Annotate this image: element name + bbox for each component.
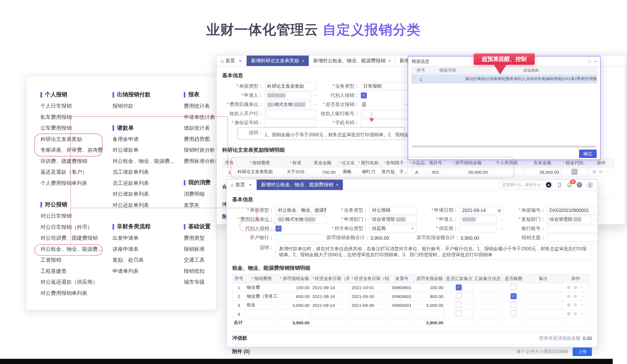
home-tab[interactable]: ⌂ 首页 ▼ — [231, 181, 252, 188]
row-add-icon[interactable]: ⊕ — [567, 311, 571, 316]
close-icon[interactable]: × — [388, 58, 391, 63]
row-more-icon[interactable]: ⋯ — [580, 294, 584, 299]
close-icon[interactable]: × — [594, 59, 597, 64]
remit-checkbox[interactable]: ✓ — [456, 284, 462, 290]
close-icon[interactable]: × — [302, 58, 304, 63]
menu-item[interactable]: 备用金申请 — [112, 133, 184, 145]
menu-item[interactable]: 对公日常报销 — [40, 210, 112, 221]
remit-checkbox[interactable]: ✓ — [456, 302, 462, 308]
menu-item[interactable]: 对公租金、物业、能源费... — [112, 155, 184, 167]
review-dept-input[interactable]: 综合管理部 — [547, 215, 591, 223]
first-time-value[interactable]: 是 — [362, 101, 366, 108]
calendar-icon[interactable]: ▦ — [498, 208, 501, 212]
menu-item[interactable]: 对公还款单列表 — [112, 199, 184, 211]
confirm-button[interactable]: 确定 — [579, 149, 597, 158]
assistant-icon[interactable]: ● — [546, 182, 551, 188]
menu-item[interactable]: 出差申请单 — [112, 232, 184, 243]
picker-icon[interactable]: ⋯ — [499, 217, 504, 222]
row-add-icon[interactable]: ⊕ — [593, 169, 596, 174]
picker-icon[interactable]: ⋯ — [403, 102, 408, 107]
payee-account-input[interactable] — [361, 110, 412, 118]
doc-type-input[interactable]: 科研论文发表奖励 — [265, 82, 316, 90]
menu-item[interactable]: 对公费用报销单列表 — [40, 287, 112, 299]
menu-item[interactable]: 科研论文发表奖励 — [40, 133, 112, 145]
payee-bank-input[interactable] — [265, 110, 316, 118]
remit-checkbox[interactable]: ✓ — [456, 293, 462, 299]
supplier-input[interactable] — [460, 225, 497, 233]
row-delete-icon[interactable]: ⊖ — [574, 285, 577, 290]
menu-item[interactable]: 报销付款 — [112, 100, 184, 111]
mobile-app-button[interactable] — [557, 182, 562, 187]
row-more-icon[interactable]: ⋯ — [580, 285, 584, 290]
cost-org-input[interactable]: 模式生物 — [265, 101, 311, 109]
row-delete-icon[interactable]: ⊖ — [574, 311, 577, 316]
row-delete-icon[interactable]: ⊖ — [574, 302, 577, 307]
bank-account-input[interactable] — [547, 225, 600, 233]
screenshot-checkbox[interactable]: ✓ — [511, 293, 517, 299]
menu-item[interactable]: 私车费用报销 — [40, 111, 112, 123]
counter-type-select[interactable]: 供应商 ▼ — [370, 225, 416, 233]
row-more-icon[interactable]: ⋯ — [580, 311, 584, 316]
menu-item[interactable]: 对公返还退款（供应商） — [40, 276, 112, 287]
remit-checkbox[interactable]: ✓ — [456, 310, 462, 316]
menu-item[interactable]: 对公日常报销（外币） — [40, 221, 112, 233]
caret-down-icon[interactable]: ▼ — [239, 59, 242, 63]
maximize-icon[interactable]: □ — [588, 59, 591, 64]
bank-input[interactable] — [275, 234, 326, 242]
apply-date-input[interactable]: 2021-09-14 ▦ — [460, 206, 504, 214]
avatar[interactable] — [587, 181, 594, 188]
subject-input[interactable] — [547, 234, 600, 242]
menu-item[interactable]: 对公请款单 — [112, 144, 184, 155]
tax-withhold-checkbox[interactable]: ✓ — [572, 169, 578, 175]
assistant-search-input[interactable]: 您需要什么，请告诉小... ● — [499, 181, 553, 189]
row-delete-icon[interactable]: ⊖ — [599, 169, 603, 174]
menu-item[interactable]: 讲座申请表 — [112, 243, 184, 255]
picker-icon[interactable]: ⋯ — [594, 217, 598, 222]
row-delete-icon[interactable]: ⊖ — [574, 294, 577, 299]
menu-item[interactable]: 工资报销 — [40, 254, 112, 265]
picker-icon[interactable]: ⋯ — [314, 93, 318, 98]
help-button[interactable]: ? — [577, 182, 582, 188]
applicant-input[interactable] — [460, 215, 497, 223]
horizontal-scrollbar[interactable] — [412, 146, 596, 148]
screenshot-checkbox[interactable]: ✓ — [511, 310, 517, 316]
doc-no-input[interactable]: DX5320210900001 — [547, 206, 600, 214]
picker-icon[interactable]: ⋯ — [314, 102, 318, 107]
menu-item[interactable]: 员工还款单列表 — [112, 177, 184, 189]
row-more-icon[interactable]: ⋯ — [606, 169, 610, 174]
doc-type-input[interactable]: 对公租金、物业、能源费报销 — [275, 206, 326, 214]
menu-item[interactable]: 对公租金、物业、能源费... — [40, 243, 112, 255]
row-add-icon[interactable]: ⊕ — [567, 302, 571, 307]
apply-dept-input[interactable]: 综合管理部 — [370, 215, 416, 223]
tab-new-rent-active[interactable]: 新增对公租金、物业、能源费报销 × — [257, 180, 343, 190]
proxy-checkbox[interactable]: ✓ — [275, 226, 281, 232]
menu-item[interactable]: 专家讲座、评审费、咨询费 — [40, 144, 112, 155]
error-row[interactable]: 1 第[1]行项目[公司级项目]预算项目[人员培训专项]编制周期[2021第2季… — [411, 75, 597, 84]
menu-item[interactable]: 公车费用报销 — [40, 122, 112, 133]
id-number-input[interactable] — [265, 119, 316, 127]
menu-item[interactable]: 返还及退款（客户） — [40, 166, 112, 177]
upload-button[interactable]: 上传 — [573, 348, 592, 356]
screenshot-checkbox[interactable]: ✓ — [511, 284, 517, 290]
caret-down-icon[interactable]: ▼ — [249, 183, 252, 187]
notifications-button[interactable]: 86 — [567, 182, 572, 188]
note-text[interactable]: 新增付款单位时，请在对方单位选择其他，在备注栏写清楚对方单位、银行账号、开户银行… — [275, 244, 591, 259]
applicant-input[interactable] — [265, 91, 311, 99]
menu-item[interactable]: 对公培训费、团建费报销 — [40, 232, 112, 243]
row-add-icon[interactable]: ⊕ — [567, 294, 571, 299]
menu-item[interactable]: 培训费、团建费报销 — [40, 155, 112, 167]
mobile-input[interactable] — [361, 119, 412, 127]
menu-item[interactable]: 工程基建类 — [40, 265, 112, 277]
menu-item[interactable]: 对公请款单列表 — [112, 188, 184, 199]
home-tab[interactable]: ⌂ 首页 ▼ — [221, 57, 242, 64]
row-more-icon[interactable]: ⋯ — [580, 302, 584, 307]
menu-item[interactable]: 个人费用报销单列表 — [40, 177, 112, 189]
biz-type-input[interactable]: 对公报销 — [370, 206, 416, 214]
close-icon[interactable]: × — [336, 182, 338, 187]
menu-item[interactable]: 申请单列表 — [112, 265, 184, 277]
menu-item[interactable]: 奖励、处罚表 — [112, 254, 184, 265]
biz-type-input[interactable]: 日常报销 — [361, 82, 412, 90]
cost-org-input[interactable]: 模式生物 — [275, 215, 326, 223]
proxy-checkbox[interactable]: ✓ — [361, 92, 367, 98]
menu-item[interactable]: 员工请款单列表 — [112, 166, 184, 177]
